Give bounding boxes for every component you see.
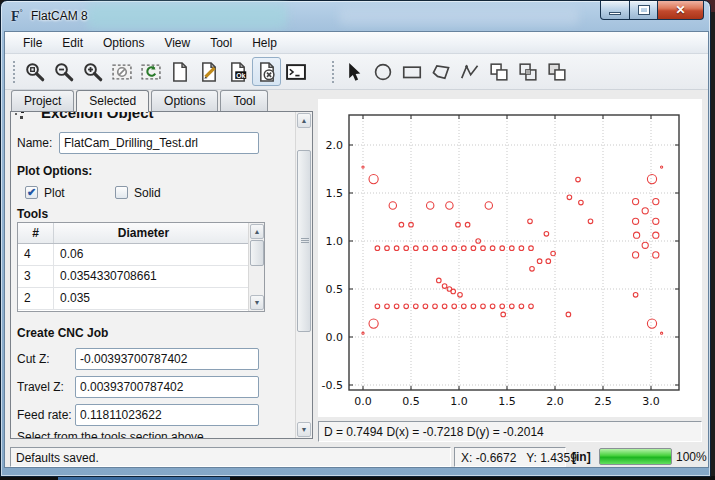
menu-item-edit[interactable]: Edit — [52, 33, 93, 53]
selected-panel: Excellon Object Name: Plot Options: ✔ Pl… — [10, 111, 313, 439]
feed-rate-input[interactable] — [75, 404, 259, 426]
union-icon — [488, 61, 510, 83]
edit-object-icon — [198, 61, 220, 83]
draw-polygon-button[interactable] — [426, 57, 455, 86]
travel-z-input[interactable] — [75, 376, 259, 398]
object-heading-row: Excellon Object — [11, 112, 295, 126]
svg-text:1.5: 1.5 — [498, 395, 516, 408]
scroll-down-button[interactable]: ▼ — [250, 295, 264, 310]
draw-rectangle-button[interactable] — [397, 57, 426, 86]
excellon-object-form: Excellon Object Name: Plot Options: ✔ Pl… — [11, 112, 295, 438]
menu-item-help[interactable]: Help — [242, 33, 287, 53]
tool-number-cell[interactable]: 4 — [18, 244, 54, 265]
tool-diameter-cell[interactable]: 0.035 — [54, 288, 233, 309]
tool-number-cell[interactable]: 2 — [18, 288, 54, 309]
draw-circle-button[interactable] — [368, 57, 397, 86]
tab-selected[interactable]: Selected — [76, 90, 149, 112]
window-controls: ✕ — [600, 1, 704, 20]
column-header-diameter[interactable]: Diameter — [54, 223, 233, 243]
menu-item-tool[interactable]: Tool — [200, 33, 242, 53]
menu-item-file[interactable]: File — [13, 33, 52, 53]
zoom-fit-icon — [24, 61, 46, 83]
maximize-button[interactable] — [630, 1, 658, 20]
cut-z-input[interactable] — [75, 348, 259, 370]
minimize-button[interactable] — [600, 1, 630, 20]
close-button[interactable]: ✕ — [658, 1, 704, 20]
menu-item-view[interactable]: View — [154, 33, 200, 53]
svg-text:0.0: 0.0 — [326, 331, 344, 344]
resize-grip[interactable]: ⋰ — [695, 449, 705, 462]
pointer-button[interactable] — [339, 57, 368, 86]
tool-number-cell[interactable]: 3 — [18, 266, 54, 287]
drill-holes — [362, 166, 663, 334]
toolbar-drag-handle[interactable] — [11, 59, 16, 85]
scroll-up-button[interactable]: ▲ — [297, 113, 311, 128]
travel-z-label: Travel Z: — [17, 380, 64, 394]
panel-scrollbar[interactable]: ▲ ▼ — [295, 112, 312, 438]
scroll-up-button[interactable]: ▲ — [250, 224, 264, 239]
drill-plot[interactable]: 0.00.51.01.52.02.53.0-0.50.00.51.01.52.0 — [318, 99, 702, 417]
union-button[interactable] — [484, 57, 513, 86]
zoom-fit-button[interactable] — [20, 57, 49, 86]
update-object-button[interactable]: Ok — [223, 57, 252, 86]
delete-object-button[interactable] — [252, 57, 281, 86]
name-input[interactable] — [59, 132, 259, 154]
zoom-in-button[interactable] — [78, 57, 107, 86]
draw-circle-icon — [372, 61, 394, 83]
desktop: F° FlatCAM 8 ✕ FileEditOptionsViewToolHe… — [0, 0, 715, 480]
shell-button[interactable] — [281, 57, 310, 86]
new-object-button[interactable] — [165, 57, 194, 86]
clear-plot-button[interactable] — [107, 57, 136, 86]
tools-label: Tools — [17, 207, 48, 221]
solid-checkbox-label[interactable]: Solid — [134, 186, 161, 200]
name-label: Name: — [17, 136, 52, 150]
scrollbar-thumb[interactable] — [297, 150, 311, 332]
tool-diameter-cell[interactable]: 0.06 — [54, 244, 233, 265]
zoom-in-icon — [82, 61, 104, 83]
solid-checkbox[interactable] — [115, 186, 128, 199]
intersection-button[interactable] — [513, 57, 542, 86]
clear-plot-icon — [111, 61, 133, 83]
plot-frame — [349, 115, 679, 390]
replot-icon — [140, 61, 162, 83]
column-header-number[interactable]: # — [18, 223, 54, 243]
menu-item-options[interactable]: Options — [93, 33, 154, 53]
scrollbar-thumb[interactable] — [250, 240, 264, 266]
menu-bar: FileEditOptionsViewToolHelp — [5, 32, 708, 54]
plot-checkbox-label[interactable]: Plot — [44, 186, 65, 200]
draw-path-button[interactable] — [455, 57, 484, 86]
tool-diameter-cell[interactable]: 0.0354330708661 — [54, 266, 233, 287]
plot-checkbox[interactable]: ✔ — [25, 186, 38, 199]
tool-row[interactable]: 20.035 — [18, 288, 264, 310]
zoom-out-button[interactable] — [49, 57, 78, 86]
draw-rectangle-icon — [401, 61, 423, 83]
tools-table-scrollbar[interactable]: ▲ ▼ — [248, 223, 264, 311]
titlebar[interactable]: F° FlatCAM 8 ✕ — [1, 1, 712, 31]
plot-info-bar: D = 0.7494 D(x) = -0.7218 D(y) = -0.2014 — [318, 421, 702, 442]
tool-row[interactable]: 40.06 — [18, 244, 264, 266]
plot-canvas[interactable]: 0.00.51.01.52.02.53.0-0.50.00.51.01.52.0 — [318, 99, 702, 417]
scroll-down-button[interactable]: ▼ — [297, 422, 311, 437]
svg-text:1.5: 1.5 — [326, 187, 344, 200]
toolbar-drag-handle[interactable] — [330, 59, 335, 85]
tab-project[interactable]: Project — [11, 90, 74, 111]
svg-text:1.0: 1.0 — [450, 395, 468, 408]
tool-row[interactable]: 30.0354330708661 — [18, 266, 264, 288]
tab-tool[interactable]: Tool — [220, 90, 268, 111]
app-icon: F° — [11, 8, 27, 24]
cut-z-label: Cut Z: — [17, 352, 50, 366]
subtract-button[interactable] — [542, 57, 571, 86]
close-icon: ✕ — [675, 3, 685, 17]
shell-icon — [285, 61, 307, 83]
edit-object-button[interactable] — [194, 57, 223, 86]
tools-table-header: # Diameter — [18, 223, 264, 244]
window-client-area: FileEditOptionsViewToolHelp Ok ProjectSe… — [4, 31, 709, 468]
update-object-icon: Ok — [227, 61, 249, 83]
coordinate-display: X: -0.6672 Y: 1.4359 — [454, 447, 566, 467]
replot-button[interactable] — [136, 57, 165, 86]
flatcam-window: F° FlatCAM 8 ✕ FileEditOptionsViewToolHe… — [0, 0, 711, 477]
svg-text:0.5: 0.5 — [326, 283, 344, 296]
maximize-icon — [639, 6, 649, 14]
feed-rate-label: Feed rate: — [17, 408, 72, 422]
tab-options[interactable]: Options — [151, 90, 218, 111]
